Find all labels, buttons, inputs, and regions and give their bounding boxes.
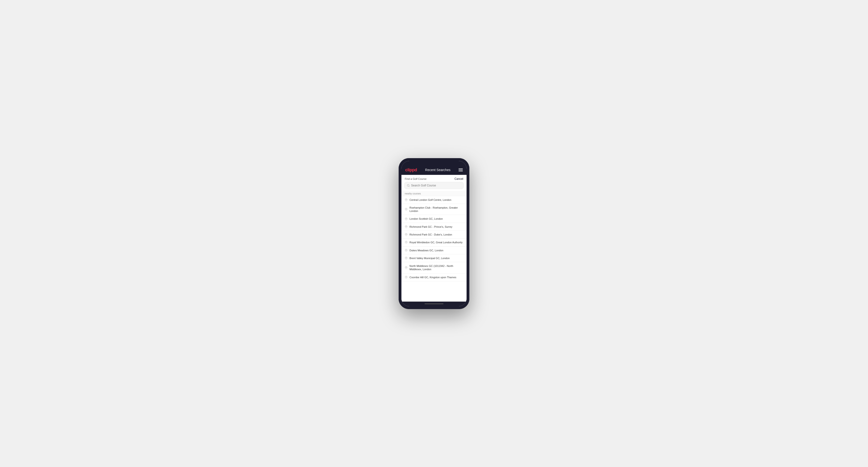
nav-title: Recent Searches [425,168,450,172]
course-name: North Middlesex GC (1011942 - North Midd… [409,264,463,271]
status-bar [401,161,467,166]
course-name: Royal Wimbledon GC, Great London Authori… [409,241,463,244]
svg-point-6 [406,234,407,235]
phone-screen: clippd Recent Searches Find a Golf Cours… [401,161,467,306]
location-pin-icon [405,208,408,211]
home-indicator [401,302,467,306]
svg-point-9 [406,258,407,258]
list-item[interactable]: Central London Golf Centre, London [401,196,467,204]
list-item[interactable]: Brent Valley Municipal GC, London [401,254,467,262]
list-item[interactable]: Coombe Hill GC, Kingston upon Thames [401,274,467,281]
nearby-label: Nearby courses [401,191,467,196]
location-pin-icon [405,218,408,220]
location-pin-icon [405,198,408,201]
list-item[interactable]: Richmond Park GC - Prince's, Surrey [401,223,467,231]
course-name: Coombe Hill GC, Kingston upon Thames [409,276,457,279]
svg-point-2 [406,199,407,200]
list-item[interactable]: Roehampton Club - Roehampton, Greater Lo… [401,204,467,215]
search-bar[interactable] [404,182,464,189]
course-name: Brent Valley Municipal GC, London [409,256,450,260]
svg-point-8 [406,250,407,250]
course-name: Richmond Park GC - Duke's, London [409,233,452,236]
course-name: Roehampton Club - Roehampton, Greater Lo… [409,206,463,213]
svg-point-3 [406,209,407,210]
location-pin-icon [405,266,408,269]
svg-point-7 [406,242,407,243]
svg-point-11 [406,277,407,277]
search-input[interactable] [411,184,461,187]
svg-point-5 [406,226,407,227]
search-icon [407,184,410,187]
list-item[interactable]: Richmond Park GC - Duke's, London [401,231,467,239]
course-name: Central London Golf Centre, London [409,198,451,201]
location-pin-icon [405,257,408,259]
location-pin-icon [405,276,408,279]
cancel-button[interactable]: Cancel [455,177,463,181]
location-pin-icon [405,241,408,244]
list-item[interactable]: Royal Wimbledon GC, Great London Authori… [401,239,467,246]
content-area: Find a Golf Course Cancel Nearby courses [401,175,467,302]
phone-frame: clippd Recent Searches Find a Golf Cours… [399,158,469,309]
course-name: Dukes Meadows GC, London [409,249,443,252]
home-bar [425,304,443,304]
app-logo: clippd [405,167,417,173]
find-label: Find a Golf Course [405,178,427,180]
location-pin-icon [405,249,408,252]
location-pin-icon [405,233,408,236]
nearby-section: Nearby courses Central London Golf Centr… [401,191,467,302]
course-list: Central London Golf Centre, London Roeha… [401,196,467,282]
svg-line-1 [409,186,409,186]
nav-bar: clippd Recent Searches [401,166,467,175]
list-item[interactable]: London Scottish GC, London [401,215,467,223]
course-name: London Scottish GC, London [409,217,443,220]
list-item[interactable]: Dukes Meadows GC, London [401,247,467,254]
search-bar-container [401,182,467,191]
menu-icon[interactable] [459,168,463,171]
course-name: Richmond Park GC - Prince's, Surrey [409,225,453,228]
find-header: Find a Golf Course Cancel [401,175,467,182]
list-item[interactable]: North Middlesex GC (1011942 - North Midd… [401,262,467,274]
svg-point-4 [406,218,407,219]
location-pin-icon [405,225,408,228]
svg-point-10 [406,267,407,268]
